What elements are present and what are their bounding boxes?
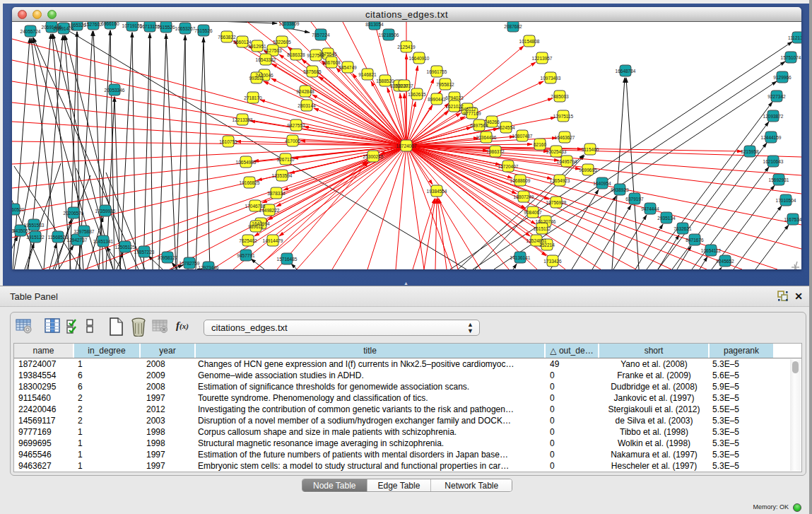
svg-text:1575546: 1575546 [319, 52, 337, 57]
svg-text:62160: 62160 [534, 142, 546, 147]
svg-text:1733426: 1733426 [543, 259, 562, 264]
svg-text:24055724: 24055724 [20, 29, 41, 34]
svg-text:252214: 252214 [539, 243, 555, 247]
svg-text:18724007: 18724007 [396, 144, 417, 148]
svg-text:10958127: 10958127 [158, 255, 178, 260]
svg-text:17359926: 17359926 [95, 209, 116, 214]
svg-text:15692931: 15692931 [769, 177, 789, 182]
svg-text:2803144: 2803144 [298, 103, 316, 108]
svg-text:7955812: 7955812 [436, 82, 454, 87]
svg-text:8471676: 8471676 [686, 238, 704, 243]
svg-text:14914479: 14914479 [263, 238, 283, 243]
svg-text:17010504: 17010504 [776, 198, 796, 203]
svg-text:7632621: 7632621 [673, 226, 692, 231]
svg-text:8990443: 8990443 [428, 97, 446, 102]
svg-text:1527602: 1527602 [84, 22, 102, 27]
svg-text:12093872: 12093872 [763, 114, 784, 119]
svg-text:11568523: 11568523 [48, 235, 69, 240]
svg-text:6794023: 6794023 [445, 95, 464, 100]
svg-text:1065326: 1065326 [68, 23, 86, 28]
svg-text:9474444: 9474444 [641, 206, 659, 211]
svg-text:9242848: 9242848 [296, 89, 314, 94]
svg-text:16961755: 16961755 [427, 69, 447, 74]
svg-text:7857224: 7857224 [312, 33, 330, 37]
svg-text:16495794: 16495794 [557, 159, 577, 164]
svg-text:3878334: 3878334 [267, 191, 286, 196]
svg-text:8186328: 8186328 [287, 52, 305, 57]
svg-text:20364436: 20364436 [476, 135, 497, 140]
svg-text:10654112: 10654112 [701, 248, 722, 253]
svg-text:7986372: 7986372 [486, 149, 505, 154]
svg-text:1640954: 1640954 [593, 181, 611, 186]
svg-text:12923446: 12923446 [199, 265, 219, 270]
svg-text:16463627: 16463627 [555, 135, 575, 140]
svg-text:20053346: 20053346 [105, 88, 125, 93]
svg-text:18807249: 18807249 [514, 194, 534, 199]
svg-text:7485003: 7485003 [551, 94, 569, 99]
svg-text:16640910: 16640910 [409, 56, 430, 61]
svg-text:7663822: 7663822 [218, 35, 236, 40]
svg-text:15751074: 15751074 [781, 55, 801, 60]
svg-text:14498222: 14498222 [259, 208, 280, 213]
svg-text:16782759: 16782759 [180, 261, 200, 266]
svg-text:20206576: 20206576 [64, 211, 84, 216]
svg-text:8454749: 8454749 [339, 65, 357, 70]
svg-text:19218506: 19218506 [379, 33, 399, 37]
svg-text:9245652: 9245652 [716, 259, 734, 264]
svg-text:417006: 417006 [285, 139, 300, 144]
svg-text:7625402: 7625402 [239, 238, 257, 243]
svg-text:19551533: 19551533 [24, 223, 45, 228]
svg-text:32975887: 32975887 [74, 229, 95, 234]
svg-text:9427552: 9427552 [287, 123, 305, 128]
svg-text:17857223: 17857223 [134, 250, 155, 255]
svg-text:10025433: 10025433 [546, 149, 567, 154]
svg-text:6379197: 6379197 [625, 197, 644, 201]
svg-text:19166825: 19166825 [240, 180, 260, 185]
svg-text:3624554: 3624554 [497, 125, 515, 130]
svg-text:5322605: 5322605 [273, 40, 291, 45]
svg-text:9227342: 9227342 [767, 94, 786, 99]
svg-text:10653267: 10653267 [175, 26, 196, 31]
svg-text:10973493: 10973493 [541, 76, 561, 81]
svg-text:12213957: 12213957 [532, 56, 553, 61]
svg-text:9084067: 9084067 [524, 210, 542, 215]
svg-text:9777169: 9777169 [463, 111, 481, 116]
svg-text:13654923: 13654923 [550, 178, 570, 183]
svg-text:16120746: 16120746 [536, 219, 556, 224]
svg-text:6497568: 6497568 [470, 123, 488, 128]
svg-text:3267110: 3267110 [277, 157, 295, 162]
svg-text:16033809: 16033809 [279, 22, 300, 26]
svg-text:9457791: 9457791 [237, 253, 255, 258]
svg-text:9129966: 9129966 [773, 75, 792, 80]
svg-text:10654985: 10654985 [236, 160, 257, 165]
svg-text:989612: 989612 [248, 224, 264, 229]
svg-text:15716485: 15716485 [277, 257, 298, 262]
svg-text:8813054: 8813054 [365, 22, 384, 27]
svg-text:7515526: 7515526 [157, 25, 175, 30]
svg-text:7515526: 7515526 [194, 28, 213, 33]
svg-text:2125419: 2125419 [397, 45, 416, 49]
svg-text:16543382: 16543382 [256, 57, 276, 62]
svg-text:3915122: 3915122 [26, 235, 45, 240]
svg-text:12213383: 12213383 [233, 117, 253, 122]
svg-text:15720407: 15720407 [498, 164, 519, 169]
svg-text:2935134: 2935134 [657, 216, 676, 221]
svg-text:11121314: 11121314 [788, 35, 801, 40]
svg-text:5875685: 5875685 [303, 69, 322, 74]
svg-text:9146821: 9146821 [358, 72, 377, 77]
svg-text:16210643: 16210643 [763, 159, 784, 164]
svg-text:19384554: 19384554 [427, 189, 447, 194]
svg-text:993611: 993611 [249, 76, 264, 81]
svg-text:14435051: 14435051 [12, 228, 31, 233]
svg-text:2718170: 2718170 [244, 95, 262, 100]
svg-text:12353594: 12353594 [272, 173, 293, 178]
svg-text:10807487: 10807487 [512, 134, 533, 139]
svg-text:12975115: 12975115 [553, 114, 574, 119]
svg-text:12505125: 12505125 [115, 245, 136, 250]
svg-text:9699695: 9699695 [579, 168, 597, 173]
svg-text:9127503: 9127503 [264, 48, 282, 53]
svg-text:8938923: 8938923 [611, 187, 629, 192]
svg-text:26160520: 26160520 [12, 207, 25, 212]
svg-text:25300215: 25300215 [363, 154, 384, 159]
svg-text:6966160: 6966160 [101, 22, 119, 26]
